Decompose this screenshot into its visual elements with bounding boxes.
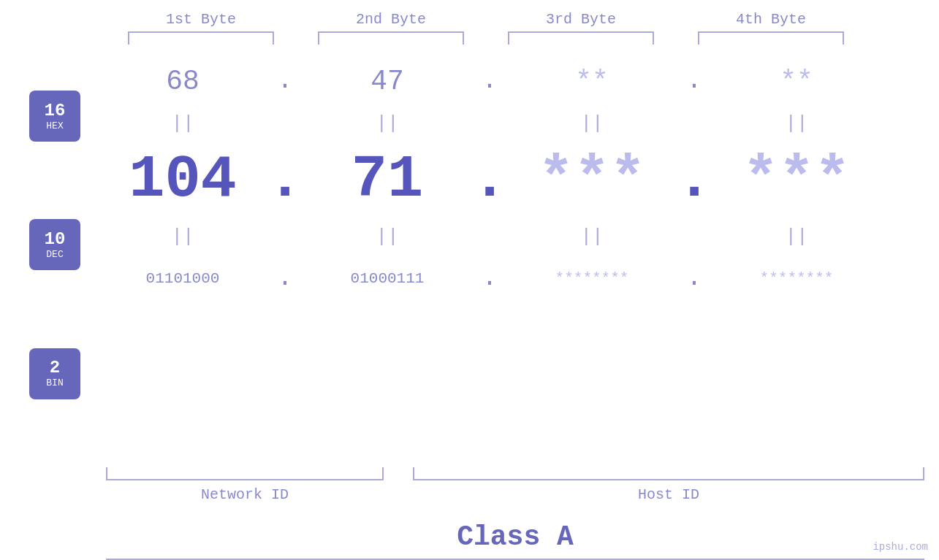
byte2-header: 2nd Byte xyxy=(296,11,486,28)
dec-badge-number: 10 xyxy=(45,231,66,248)
badges-column: 16 HEX 10 DEC 2 BIN xyxy=(0,52,99,467)
byte4-header: 4th Byte xyxy=(676,11,866,28)
dec-dot3: . xyxy=(676,146,712,214)
top-brackets xyxy=(106,31,939,45)
byte-headers-row: 1st Byte 2nd Byte 3rd Byte 4th Byte xyxy=(106,11,939,28)
main-layout: 1st Byte 2nd Byte 3rd Byte 4th Byte 16 H… xyxy=(0,0,939,560)
eq-row-1: || || || || xyxy=(99,110,939,136)
hex-badge-label: HEX xyxy=(46,121,63,131)
eq2-b1: || xyxy=(99,226,267,248)
bracket-byte4 xyxy=(698,31,844,45)
hex-byte4: ** xyxy=(712,66,881,97)
eq1-b2: || xyxy=(303,112,471,134)
bin-dot2: . xyxy=(471,264,508,293)
dec-badge: 10 DEC xyxy=(29,219,80,270)
hex-dot2: . xyxy=(471,66,508,96)
hex-dot3: . xyxy=(676,66,712,96)
eq1-b1: || xyxy=(99,112,267,134)
dec-byte4: *** xyxy=(712,146,881,214)
bin-byte2: 01000111 xyxy=(303,270,471,287)
eq2-b3: || xyxy=(508,226,676,248)
bin-row: 01101000 . 01000111 . ******** . xyxy=(99,249,939,307)
hex-byte3: ** xyxy=(508,66,676,97)
dec-dot2: . xyxy=(471,146,508,214)
bracket-byte2 xyxy=(318,31,464,45)
bracket-byte1 xyxy=(128,31,274,45)
id-labels: Network ID Host ID xyxy=(106,486,924,503)
hex-byte1: 68 xyxy=(99,66,267,97)
bin-byte4: ******** xyxy=(712,270,881,287)
bracket-byte3 xyxy=(508,31,654,45)
watermark: ipshu.com xyxy=(873,541,928,553)
bin-badge: 2 BIN xyxy=(29,348,80,399)
host-id-bracket xyxy=(413,467,924,480)
dec-byte1: 104 xyxy=(99,146,267,214)
bin-badge-label: BIN xyxy=(46,378,63,388)
dec-byte3: *** xyxy=(508,146,676,214)
dec-badge-label: DEC xyxy=(46,250,63,259)
class-a-section: Class A xyxy=(106,514,924,560)
class-a-label: Class A xyxy=(106,514,924,553)
byte1-header: 1st Byte xyxy=(106,11,296,28)
hex-byte2: 47 xyxy=(303,66,471,97)
bin-byte1: 01101000 xyxy=(99,270,267,287)
bin-byte3: ******** xyxy=(508,270,676,287)
bottom-area: Network ID Host ID Class A xyxy=(106,467,924,560)
eq1-b4: || xyxy=(712,112,881,134)
dec-row: 104 . 71 . *** . *** xyxy=(99,136,939,223)
bin-dot3: . xyxy=(676,264,712,293)
network-id-label: Network ID xyxy=(106,486,384,503)
hex-badge-number: 16 xyxy=(45,102,66,120)
bin-badge-number: 2 xyxy=(50,359,60,377)
hex-row: 68 . 47 . ** . ** xyxy=(99,52,939,110)
dec-dot1: . xyxy=(267,146,303,214)
host-id-label: Host ID xyxy=(413,486,924,503)
hex-badge: 16 HEX xyxy=(29,91,80,142)
dec-byte2: 71 xyxy=(303,146,471,214)
eq1-b3: || xyxy=(508,112,676,134)
network-id-bracket xyxy=(106,467,384,480)
eq2-b2: || xyxy=(303,226,471,248)
eq-row-2: || || || || xyxy=(99,223,939,249)
bin-dot1: . xyxy=(267,264,303,293)
hex-dot1: . xyxy=(267,66,303,96)
byte3-header: 3rd Byte xyxy=(486,11,676,28)
values-section: 68 . 47 . ** . ** xyxy=(99,52,939,467)
eq2-b4: || xyxy=(712,226,881,248)
rows-section: 16 HEX 10 DEC 2 BIN 68 . xyxy=(0,52,939,467)
id-brackets xyxy=(106,467,924,480)
